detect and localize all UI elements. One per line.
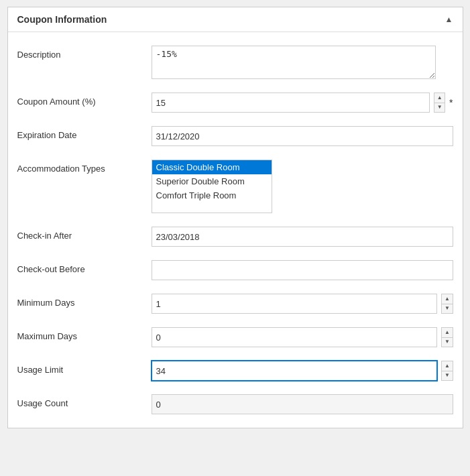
coupon-amount-wrap: ▲ ▼ *: [152, 93, 453, 113]
maximum-days-wrap: ▲ ▼: [152, 327, 453, 347]
minimum-days-decrement[interactable]: ▼: [442, 304, 452, 314]
description-input[interactable]: [152, 46, 436, 79]
usage-limit-input[interactable]: [152, 361, 438, 381]
usage-count-input: [152, 394, 453, 414]
maximum-days-label: Maximum Days: [17, 327, 152, 341]
listbox-item-comfort[interactable]: Comfort Triple Room: [152, 188, 272, 202]
listbox-item-superior[interactable]: Superior Double Room: [152, 174, 272, 188]
description-row: Description: [8, 39, 463, 86]
usage-limit-row: Usage Limit ▲ ▼: [8, 354, 463, 388]
checkin-after-input[interactable]: [152, 227, 453, 247]
coupon-amount-required: *: [449, 97, 453, 108]
usage-limit-spinner: ▲ ▼: [152, 361, 453, 381]
usage-count-wrap: [152, 394, 453, 414]
minimum-days-wrap: ▲ ▼: [152, 294, 453, 314]
maximum-days-row: Maximum Days ▲ ▼: [8, 320, 463, 354]
accommodation-types-wrap: Classic Double Room Superior Double Room…: [152, 160, 453, 213]
listbox-item-classic[interactable]: Classic Double Room: [152, 160, 272, 174]
checkout-before-input[interactable]: [152, 260, 453, 280]
usage-limit-decrement[interactable]: ▼: [442, 371, 452, 381]
description-label: Description: [17, 46, 152, 60]
checkin-after-row: Check-in After: [8, 220, 463, 253]
coupon-amount-increment[interactable]: ▲: [434, 93, 445, 103]
accommodation-types-label: Accommodation Types: [17, 160, 152, 174]
expiration-date-row: Expiration Date: [8, 119, 463, 153]
expiration-date-input[interactable]: [152, 126, 453, 146]
panel-body: Description Coupon Amount (%) ▲ ▼ *: [8, 32, 463, 428]
accommodation-types-row: Accommodation Types Classic Double Room …: [8, 153, 463, 220]
collapse-icon[interactable]: ▲: [445, 15, 453, 24]
maximum-days-input[interactable]: [152, 327, 438, 347]
usage-limit-wrap: ▲ ▼: [152, 361, 453, 381]
usage-limit-spinner-buttons: ▲ ▼: [441, 361, 453, 381]
maximum-days-spinner-buttons: ▲ ▼: [441, 327, 453, 347]
checkin-after-wrap: [152, 227, 453, 247]
coupon-amount-row: Coupon Amount (%) ▲ ▼ *: [8, 86, 463, 119]
description-wrap: [152, 46, 453, 79]
expiration-date-wrap: [152, 126, 453, 146]
checkout-before-label: Check-out Before: [17, 260, 152, 274]
usage-count-label: Usage Count: [17, 394, 152, 408]
accommodation-types-listbox[interactable]: Classic Double Room Superior Double Room…: [152, 160, 272, 213]
maximum-days-decrement[interactable]: ▼: [442, 338, 452, 347]
minimum-days-label: Minimum Days: [17, 294, 152, 308]
coupon-information-panel: Coupon Information ▲ Description Coupon …: [7, 7, 463, 428]
checkout-before-wrap: [152, 260, 453, 280]
maximum-days-spinner: ▲ ▼: [152, 327, 453, 347]
minimum-days-input[interactable]: [152, 294, 438, 314]
minimum-days-increment[interactable]: ▲: [442, 294, 452, 304]
minimum-days-spinner: ▲ ▼: [152, 294, 453, 314]
coupon-amount-decrement[interactable]: ▼: [434, 103, 445, 113]
panel-title: Coupon Information: [17, 14, 107, 25]
usage-limit-increment[interactable]: ▲: [442, 361, 452, 371]
usage-count-row: Usage Count: [8, 388, 463, 421]
checkin-after-label: Check-in After: [17, 227, 152, 241]
coupon-amount-spinner: ▲ ▼ *: [152, 93, 453, 113]
coupon-amount-input[interactable]: [152, 93, 430, 113]
coupon-amount-label: Coupon Amount (%): [17, 93, 152, 107]
panel-header: Coupon Information ▲: [8, 7, 463, 32]
checkout-before-row: Check-out Before: [8, 253, 463, 287]
usage-limit-label: Usage Limit: [17, 361, 152, 375]
maximum-days-increment[interactable]: ▲: [442, 328, 452, 338]
expiration-date-label: Expiration Date: [17, 126, 152, 140]
minimum-days-row: Minimum Days ▲ ▼: [8, 287, 463, 320]
coupon-amount-spinner-buttons: ▲ ▼: [434, 93, 445, 113]
minimum-days-spinner-buttons: ▲ ▼: [441, 294, 453, 314]
